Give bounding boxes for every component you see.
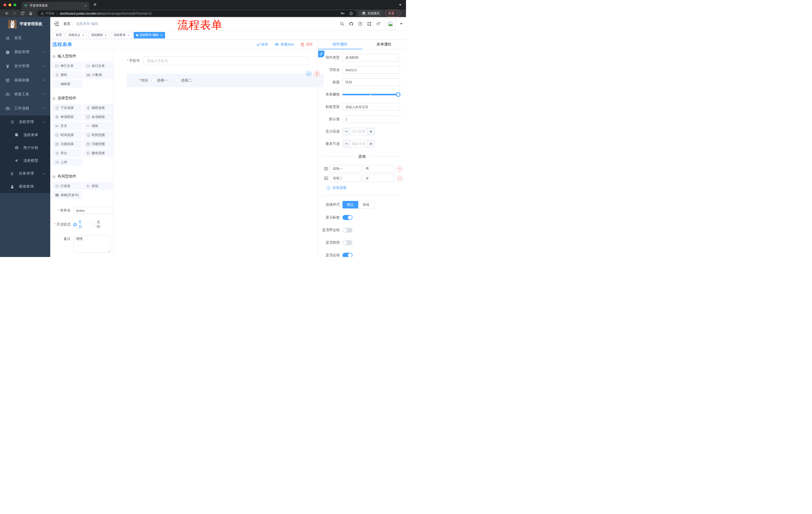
style-default-button[interactable]: 默认 xyxy=(343,201,358,209)
component-single-text[interactable]: 单行文本 xyxy=(52,62,82,70)
avatar[interactable] xyxy=(385,18,396,29)
component-multi-text[interactable]: 多行文本 xyxy=(83,62,113,70)
sidebar-item-workflow[interactable]: 工作流程 xyxy=(0,101,50,115)
sidebar-item-task-mgmt[interactable]: 任务管理 xyxy=(0,167,50,180)
component-password[interactable]: 密码 xyxy=(52,71,82,79)
minimize-window-button[interactable] xyxy=(8,3,11,6)
decrease-button[interactable] xyxy=(343,128,350,135)
sidebar-item-infra[interactable]: 基础设施 xyxy=(0,73,50,87)
clear-button[interactable]: 清空 xyxy=(300,42,313,47)
tag-process-definition[interactable]: 流程定义 xyxy=(66,32,87,38)
security-chip[interactable]: 不安全 xyxy=(41,11,55,16)
sidebar-item-leave-query[interactable]: 请假查询 xyxy=(0,180,50,193)
font-size-icon[interactable] xyxy=(376,22,381,26)
gender-option-1-checkbox[interactable]: 选项一 xyxy=(151,78,168,83)
new-tab-button[interactable] xyxy=(93,3,96,6)
form-name-input[interactable] xyxy=(74,207,113,214)
github-icon[interactable] xyxy=(349,22,353,26)
tag-close-icon[interactable] xyxy=(105,34,107,36)
style-button-button[interactable]: 按钮 xyxy=(358,201,374,209)
sidebar-item-payment[interactable]: 支付管理 xyxy=(0,59,50,73)
show-label-toggle[interactable] xyxy=(343,215,352,220)
link-tab[interactable] xyxy=(318,51,324,57)
tag-home[interactable]: 首页 xyxy=(53,32,64,38)
save-button[interactable]: 保存 xyxy=(257,42,268,47)
component-button[interactable]: 按钮 xyxy=(83,182,113,190)
sidebar-item-process-model[interactable]: 流程模型 xyxy=(0,154,50,167)
component-radio-group[interactable]: 单选框组 xyxy=(52,113,82,121)
view-json-button[interactable]: 查看json xyxy=(274,42,294,47)
component-slider[interactable]: 滑块 xyxy=(83,122,113,130)
default-value-input[interactable] xyxy=(343,115,400,123)
status-off-radio[interactable]: 关闭 xyxy=(92,220,104,229)
browser-menu-icon[interactable] xyxy=(397,12,398,15)
form-grid-slider[interactable] xyxy=(343,92,400,97)
remove-option-button[interactable] xyxy=(397,166,403,171)
tag-close-icon[interactable] xyxy=(82,34,84,36)
browser-update-button[interactable]: 更新 xyxy=(385,10,401,17)
max-select-value[interactable]: 最多可选 xyxy=(350,140,367,147)
component-editor[interactable]: 编辑器 xyxy=(52,80,82,88)
component-rate[interactable]: 评分 xyxy=(52,149,82,157)
remove-option-button[interactable] xyxy=(397,176,403,181)
drag-handle-icon[interactable] xyxy=(324,167,328,171)
field-name-input[interactable] xyxy=(343,66,400,74)
disabled-toggle[interactable] xyxy=(343,240,352,245)
slider-handle[interactable] xyxy=(396,92,401,97)
gender-option-2-checkbox[interactable]: 选项二 xyxy=(176,78,192,83)
help-icon[interactable] xyxy=(358,22,362,26)
sidebar-item-process-form[interactable]: 流程表单 xyxy=(0,129,50,141)
home-icon[interactable] xyxy=(28,11,33,16)
duplicate-field-button[interactable] xyxy=(306,71,312,77)
sidebar-item-process-mgmt[interactable]: 流程管理 xyxy=(0,115,50,129)
sidebar-item-user-group[interactable]: 用户分组 xyxy=(0,141,50,154)
component-time-picker[interactable]: 时间选择 xyxy=(52,131,82,139)
phone-field-input[interactable] xyxy=(143,56,309,65)
gender-field-selected[interactable]: 性别 选项一 选项二 xyxy=(126,74,324,87)
sidebar-item-home[interactable]: 首页 xyxy=(0,31,50,45)
component-type-select[interactable]: 多选框组 xyxy=(343,54,400,61)
tag-process-model[interactable]: 流程模型 xyxy=(88,32,110,38)
browser-tab[interactable]: 芋道管理系统 xyxy=(21,2,89,9)
increase-button[interactable] xyxy=(367,128,375,135)
component-counter[interactable]: 123计数器 xyxy=(83,71,113,79)
tag-process-form[interactable]: 流程表单 xyxy=(111,32,132,38)
component-upload[interactable]: 上传 xyxy=(52,158,82,166)
form-canvas[interactable]: 手机号 性别 选项一 选项二 xyxy=(114,49,318,257)
search-icon[interactable] xyxy=(340,22,344,26)
component-date-picker[interactable]: 日期选择 xyxy=(52,140,82,148)
password-key-icon[interactable] xyxy=(341,11,345,16)
option-label-input[interactable] xyxy=(330,165,361,172)
tag-close-icon[interactable] xyxy=(160,34,163,36)
sidebar-collapse-icon[interactable] xyxy=(54,22,59,26)
avatar-caret-icon[interactable] xyxy=(400,23,403,25)
status-on-radio[interactable]: 开启 xyxy=(74,220,85,229)
tab-component-props[interactable]: 组件属性 xyxy=(318,40,362,49)
reload-icon[interactable] xyxy=(20,11,25,16)
address-bar[interactable]: 不安全 dashboard.yudao.iocoder.cn/bpm/manag… xyxy=(37,10,357,16)
back-icon[interactable] xyxy=(4,11,9,16)
increase-button[interactable] xyxy=(367,140,375,147)
component-checkbox-group[interactable]: 多选框组 xyxy=(83,113,113,121)
component-row-container[interactable]: 行容器 xyxy=(52,182,82,190)
tab-form-props[interactable]: 表单属性 xyxy=(362,40,406,49)
option-label-input[interactable] xyxy=(330,174,361,182)
tag-process-form-edit[interactable]: 流程表单-编辑 xyxy=(134,32,165,38)
component-select[interactable]: 下拉选择 xyxy=(52,104,82,112)
component-color-picker[interactable]: 颜色选择 xyxy=(83,149,113,157)
forward-icon[interactable] xyxy=(12,11,17,16)
border-toggle[interactable] xyxy=(343,227,352,233)
add-option-button[interactable]: 添加选项 xyxy=(327,186,403,190)
component-time-range[interactable]: 时间范围 xyxy=(83,131,113,139)
required-toggle[interactable] xyxy=(343,253,352,257)
fullscreen-icon[interactable] xyxy=(367,22,372,26)
title-input[interactable] xyxy=(343,78,400,86)
sidebar-item-system[interactable]: 系统管理 xyxy=(0,45,50,59)
tab-search-caret-icon[interactable] xyxy=(399,4,402,6)
component-table-dev[interactable]: 表格[开发中] xyxy=(52,191,82,199)
option-value-input[interactable] xyxy=(363,165,395,172)
close-window-button[interactable] xyxy=(3,3,6,6)
component-switch[interactable]: 开关 xyxy=(52,122,82,130)
option-value-input[interactable] xyxy=(363,174,395,182)
bookmark-star-icon[interactable] xyxy=(349,11,353,16)
